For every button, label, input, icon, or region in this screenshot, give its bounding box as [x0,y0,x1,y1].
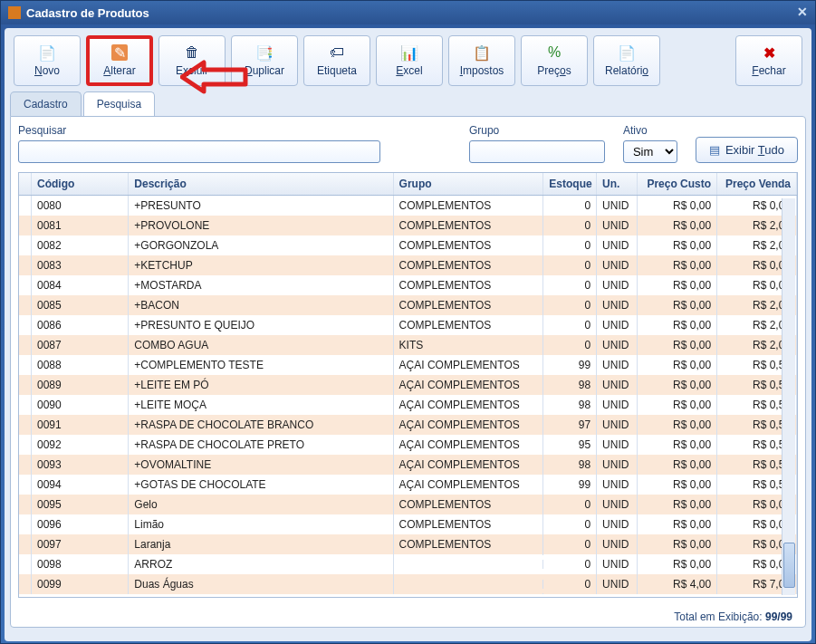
duplicar-button[interactable]: 📑 Duplicar [231,35,298,86]
grid: Código Descrição Grupo Estoque Un. Preço… [18,172,798,598]
list-icon: ▤ [709,143,720,157]
impostos-button[interactable]: 📋 Impostos [448,35,515,86]
cell-estoque: 0 [543,533,597,555]
precos-button[interactable]: % Preços [521,35,588,86]
col-descricao[interactable]: Descrição [129,173,393,195]
cell-descricao: +GOTAS DE CHOCOLATE [129,474,393,495]
cell-preco-custo: R$ 0,00 [638,215,717,236]
col-grupo[interactable]: Grupo [394,173,544,195]
row-marker-icon: ▶ [19,196,32,216]
cell-codigo: 0093 [32,454,129,476]
table-row[interactable]: ▶0095GeloCOMPLEMENTOS0UNIDR$ 0,00R$ 0,00 [19,495,797,514]
row-marker-icon: ▶ [19,394,32,416]
table-row[interactable]: ▶0094+GOTAS DE CHOCOLATEAÇAI COMPLEMENTO… [19,475,797,495]
cell-codigo: 0100 [32,593,129,594]
row-marker-icon: ▶ [19,494,32,515]
novo-button[interactable]: 📄 Novo [14,35,81,86]
status-label: Total em Exibição: [674,610,762,623]
cell-preco-custo: R$ 0,00 [638,314,717,336]
scrollbar[interactable] [782,198,795,595]
row-marker-icon: ▶ [19,593,32,594]
grid-body[interactable]: ▶0080+PRESUNTOCOMPLEMENTOS0UNIDR$ 0,00R$… [19,196,797,594]
cell-preco-custo: R$ 0,00 [638,274,717,296]
cell-codigo: 0096 [32,514,129,535]
table-row[interactable]: ▶0088+COMPLEMENTO TESTEAÇAI COMPLEMENTOS… [19,355,797,375]
table-row[interactable]: ▶0092+RASPA DE CHOCOLATE PRETOAÇAI COMPL… [19,435,797,455]
cell-codigo: 0087 [32,334,129,356]
table-row[interactable]: ▶0082+GORGONZOLACOMPLEMENTOS0UNIDR$ 0,00… [19,235,797,255]
ativo-label: Ativo [623,124,677,137]
app-icon [8,6,21,19]
exibir-tudo-button[interactable]: ▤ Exibir Tudo [696,137,798,163]
fechar-button[interactable]: ✖ Fechar [735,35,802,86]
cell-estoque: 0 [543,553,597,575]
excel-button[interactable]: 📊 Excel [376,35,443,86]
row-marker-icon: ▶ [19,334,32,356]
tab-pesquisa[interactable]: Pesquisa [83,91,155,116]
toolbar: 📄 Novo ✎ Alterar 🗑 Excluir 📑 Duplicar 🏷 … [10,34,806,93]
cell-preco-custo: R$ 0,00 [638,374,717,396]
alterar-button[interactable]: ✎ Alterar [86,35,153,86]
row-marker-icon: ▶ [19,553,32,575]
table-row[interactable]: ▶0098ARROZ0UNIDR$ 0,00R$ 0,00 [19,554,797,574]
cell-un: UNID [597,215,638,236]
table-row[interactable]: ▶0085+BACONCOMPLEMENTOS0UNIDR$ 0,00R$ 2,… [19,295,797,315]
table-row[interactable]: ▶0081+PROVOLONECOMPLEMENTOS0UNIDR$ 0,00R… [19,216,797,235]
cell-estoque: 0 [543,593,597,594]
cell-estoque: 95 [543,434,597,456]
cell-estoque: 0 [543,196,597,216]
cell-codigo: 0094 [32,474,129,495]
cell-grupo: COMPLEMENTOS [394,215,544,236]
cell-descricao: +MOSTARDA [129,274,393,296]
cell-estoque: 99 [543,354,597,376]
col-preco-custo[interactable]: Preço Custo [638,173,717,195]
cell-estoque: 0 [543,314,597,336]
cell-grupo: AÇAI COMPLEMENTOS [394,434,544,456]
duplicate-icon: 📑 [256,44,273,61]
table-row[interactable]: ▶0096LimãoCOMPLEMENTOS0UNIDR$ 0,00R$ 0,0… [19,514,797,534]
cell-grupo: COMPLEMENTOS [394,533,544,555]
cell-preco-custo: R$ 0,00 [638,354,717,376]
row-marker-icon: ▶ [19,414,32,436]
col-un[interactable]: Un. [597,173,638,195]
table-row[interactable]: ▶0099Duas Águas0UNIDR$ 4,00R$ 7,00 [19,574,797,594]
cell-grupo: COMPLEMENTOS [394,514,544,535]
row-marker-icon: ▶ [19,215,32,236]
duplicar-label: uplicar [253,64,284,77]
cell-un: UNID [597,314,638,336]
cell-codigo: 0097 [32,533,129,555]
pesquisar-input[interactable] [18,140,380,163]
cell-preco-custo: R$ 0,00 [638,454,717,476]
table-row[interactable]: ▶0091+RASPA DE CHOCOLATE BRANCOAÇAI COMP… [19,415,797,435]
cell-un: UNID [597,255,638,276]
ativo-select[interactable]: Sim [623,140,677,163]
table-row[interactable]: ▶0090+LEITE MOÇAAÇAI COMPLEMENTOS98UNIDR… [19,395,797,415]
row-marker-icon: ▶ [19,573,32,594]
tab-cadastro[interactable]: Cadastro [10,91,82,116]
table-row[interactable]: ▶0089+LEITE EM PÓAÇAI COMPLEMENTOS98UNID… [19,375,797,395]
cell-descricao: +LEITE EM PÓ [129,374,393,396]
table-row[interactable]: ▶0080+PRESUNTOCOMPLEMENTOS0UNIDR$ 0,00R$… [19,196,797,216]
grupo-input[interactable] [469,140,605,163]
cell-un: UNID [597,354,638,376]
row-marker-icon: ▶ [19,314,32,336]
cell-grupo: COMPLEMENTOS [394,494,544,515]
cell-grupo: COMPLEMENTOS [394,274,544,296]
col-codigo[interactable]: Código [32,173,129,195]
table-row[interactable]: ▶0086+PRESUNTO E QUEIJOCOMPLEMENTOS0UNID… [19,315,797,335]
scroll-thumb[interactable] [783,543,795,588]
cell-grupo: AÇAI COMPLEMENTOS [394,414,544,436]
table-row[interactable]: ▶0093+OVOMALTINEAÇAI COMPLEMENTOS98UNIDR… [19,455,797,475]
titlebar: Cadastro de Produtos ✕ [1,1,815,24]
cell-grupo: AÇAI COMPLEMENTOS [394,474,544,495]
col-estoque[interactable]: Estoque [543,173,597,195]
excluir-button[interactable]: 🗑 Excluir [158,35,226,86]
table-row[interactable]: ▶0084+MOSTARDACOMPLEMENTOS0UNIDR$ 0,00R$… [19,275,797,295]
table-row[interactable]: ▶0083+KETCHUPCOMPLEMENTOS0UNIDR$ 0,00R$ … [19,255,797,275]
etiqueta-button[interactable]: 🏷 Etiqueta [303,35,370,86]
relatorio-button[interactable]: 📄 Relatório [593,35,660,86]
table-row[interactable]: ▶0097LaranjaCOMPLEMENTOS0UNIDR$ 0,00R$ 0… [19,534,797,554]
table-row[interactable]: ▶0087COMBO AGUAKITS0UNIDR$ 0,00R$ 2,00 [19,335,797,355]
col-preco-venda[interactable]: Preço Venda [717,173,797,195]
close-icon[interactable]: ✕ [797,5,808,19]
